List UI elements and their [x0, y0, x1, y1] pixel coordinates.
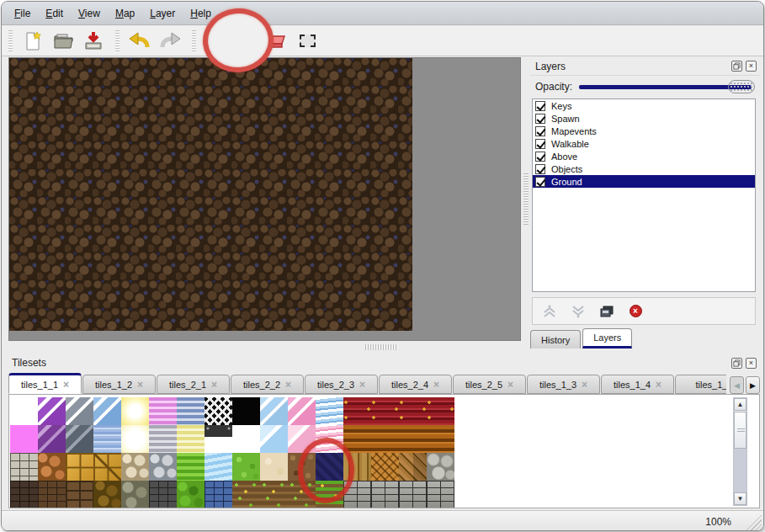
layer-visibility-checkbox[interactable]: [535, 164, 545, 174]
tileset-tab-tiles_1_1[interactable]: tiles_1_1×: [8, 373, 82, 394]
scrollbar-thumb[interactable]: [734, 412, 746, 449]
tile-brick-brown[interactable]: [38, 481, 66, 508]
layer-row-ground[interactable]: Ground: [533, 175, 755, 188]
tile-floor-gold[interactable]: [66, 453, 93, 481]
tile-black[interactable]: [232, 397, 260, 425]
tile-stripes-yellow[interactable]: [177, 425, 205, 453]
tileset-tab-tiles_1_4[interactable]: tiles_1_4×: [601, 375, 674, 394]
tile-dirt-rows[interactable]: [232, 481, 260, 508]
layer-row-mapevents[interactable]: Mapevents: [533, 125, 755, 137]
opacity-slider[interactable]: [579, 80, 755, 93]
tab-close-icon[interactable]: ×: [359, 380, 365, 390]
scrollbar-track[interactable]: [734, 449, 746, 492]
close-panel-icon[interactable]: ×: [746, 358, 757, 369]
tab-close-icon[interactable]: ×: [63, 380, 69, 390]
tile-glass-darkgray[interactable]: [66, 425, 93, 453]
opacity-slider-track[interactable]: [579, 85, 752, 89]
fill-bucket-button[interactable]: [232, 28, 261, 55]
menu-map[interactable]: Map: [108, 4, 142, 23]
layer-visibility-checkbox[interactable]: [535, 152, 545, 162]
tile-tile-lightblue[interactable]: [260, 425, 288, 453]
tab-close-icon[interactable]: ×: [507, 380, 513, 390]
tile-floor-gold-crack[interactable]: [93, 453, 121, 481]
tab-close-icon[interactable]: ×: [211, 380, 217, 390]
tile-ribbon-pink[interactable]: [316, 425, 343, 453]
save-button[interactable]: [79, 28, 108, 55]
tile-glass-lightblue[interactable]: [260, 397, 288, 425]
tile-grass-green[interactable]: [232, 453, 260, 481]
float-panel-icon[interactable]: [731, 61, 742, 72]
tile-water-light[interactable]: [205, 453, 232, 481]
tile-carpet-orange[interactable]: [343, 425, 371, 453]
map-canvas[interactable]: [9, 58, 412, 331]
tile-brick-gray[interactable]: [149, 481, 177, 508]
raise-layer-button[interactable]: [541, 303, 558, 320]
tile-stone-blocks[interactable]: [10, 453, 38, 481]
tile-planks-gray[interactable]: [343, 481, 371, 508]
layer-visibility-checkbox[interactable]: [535, 101, 545, 111]
tile-planks-gray[interactable]: [399, 481, 427, 508]
tile-planks-gray[interactable]: [371, 481, 399, 508]
tile-brick-blue[interactable]: [205, 481, 232, 508]
tile-glass-blue[interactable]: [93, 397, 121, 425]
tab-layers[interactable]: Layers: [582, 328, 632, 348]
tile-carpet-red[interactable]: [371, 397, 399, 425]
close-panel-icon[interactable]: ×: [746, 61, 757, 72]
tileset-tab-tiles_2_1[interactable]: tiles_2_1×: [157, 375, 230, 394]
tile-carpet-orange[interactable]: [427, 425, 454, 453]
stamp-tool-button[interactable]: [202, 28, 231, 55]
layer-visibility-checkbox[interactable]: [535, 139, 545, 149]
menu-layer[interactable]: Layer: [142, 4, 183, 23]
tile-stones-gold[interactable]: [93, 481, 121, 508]
menu-help[interactable]: Help: [183, 4, 219, 23]
layer-visibility-checkbox[interactable]: [535, 114, 545, 124]
tile-carpet-red[interactable]: [399, 397, 427, 425]
tab-close-icon[interactable]: ×: [656, 380, 661, 390]
tileset-tab-tiles_1_2[interactable]: tiles_1_2×: [82, 375, 156, 394]
layer-row-objects[interactable]: Objects: [533, 162, 755, 175]
eraser-tool-button[interactable]: [263, 28, 291, 55]
tile-stripes-bluegray[interactable]: [177, 397, 205, 425]
tile-gravel-brown[interactable]: [288, 453, 316, 481]
new-file-button[interactable]: [19, 28, 47, 55]
layer-row-keys[interactable]: Keys: [533, 99, 755, 112]
duplicate-layer-button[interactable]: [598, 303, 615, 320]
scroll-up-icon[interactable]: ▲: [734, 398, 746, 411]
tile-carpet-orange[interactable]: [399, 425, 427, 453]
tile-pebbles-gray[interactable]: [149, 453, 177, 481]
tab-history[interactable]: History: [530, 330, 581, 348]
horizontal-splitter[interactable]: [8, 342, 521, 353]
tab-close-icon[interactable]: ×: [285, 380, 291, 390]
splitter-grip-icon[interactable]: [523, 173, 529, 226]
tab-close-icon[interactable]: ×: [433, 380, 439, 390]
tile-glass-purple[interactable]: [38, 397, 66, 425]
opacity-slider-handle[interactable]: [728, 80, 755, 93]
tab-close-icon[interactable]: ×: [137, 380, 143, 390]
tile-stripes-gray[interactable]: [149, 425, 177, 453]
tileset-tab-tiles_2_3[interactable]: tiles_2_3×: [305, 375, 378, 394]
tile-brick-big[interactable]: [66, 481, 93, 508]
tile-solid-magenta[interactable]: [10, 425, 38, 453]
vertical-splitter[interactable]: [522, 57, 530, 341]
tile-glass-gray[interactable]: [66, 397, 93, 425]
tab-scroll-left-icon[interactable]: ◀: [730, 376, 744, 394]
tileset-tab-tiles_2_2[interactable]: tiles_2_2×: [231, 375, 304, 394]
tileset-tab-tiles_2_5[interactable]: tiles_2_5×: [453, 375, 526, 394]
window-resize-grip[interactable]: [745, 513, 762, 530]
rect-select-button[interactable]: [293, 28, 321, 55]
layer-row-walkable[interactable]: Walkable: [533, 137, 755, 150]
layer-visibility-checkbox[interactable]: [535, 126, 545, 136]
tile-carpet-red[interactable]: [427, 397, 454, 425]
splitter-grip-icon[interactable]: [365, 344, 397, 350]
tile-stripes-pink[interactable]: [149, 397, 177, 425]
tile-carpet-orange[interactable]: [371, 425, 399, 453]
tile-dirt-rows[interactable]: [288, 481, 316, 508]
tile-planks-vert[interactable]: [343, 453, 371, 481]
tile-brick-dark[interactable]: [10, 481, 38, 508]
tile-glow-pale[interactable]: [121, 425, 149, 453]
tile-glow-yellow[interactable]: [121, 397, 149, 425]
tile-cobble-orange[interactable]: [38, 453, 66, 481]
tile-glass-pink[interactable]: [288, 397, 316, 425]
tile-water-stripes[interactable]: [93, 425, 121, 453]
palette-scrollbar[interactable]: ▲ ▼: [733, 397, 747, 506]
